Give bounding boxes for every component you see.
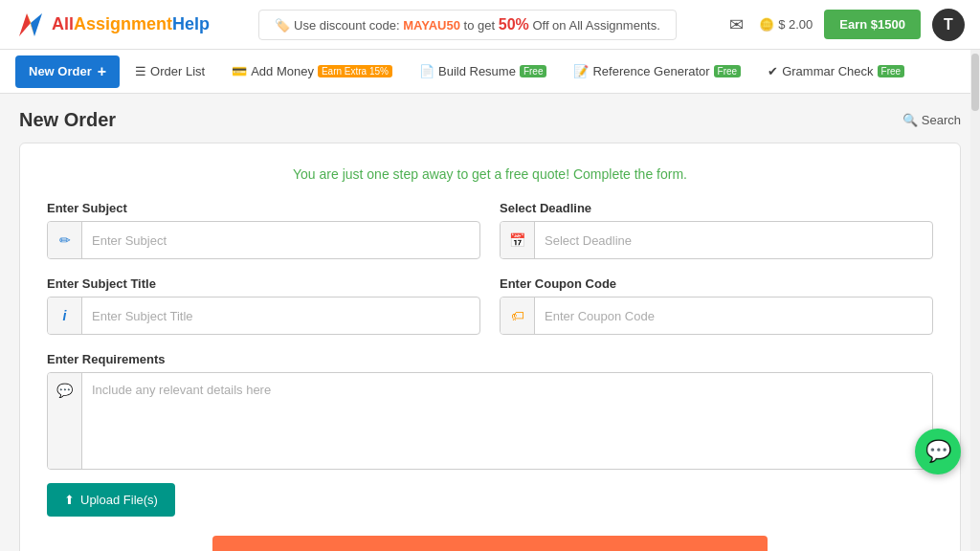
form-row-1: Enter Subject ✏ Select Deadline 📅 — [47, 201, 933, 259]
promo-prefix: Use discount code: — [294, 18, 400, 33]
new-order-label: New Order — [29, 64, 92, 78]
requirements-textarea[interactable] — [82, 373, 932, 469]
upload-label: Upload File(s) — [80, 493, 158, 507]
nav-order-list-label: Order List — [150, 64, 205, 78]
money-icon: 💳 — [232, 64, 247, 78]
deadline-input[interactable] — [535, 226, 932, 255]
svg-marker-2 — [31, 13, 42, 36]
earn-button[interactable]: Earn $1500 — [824, 10, 921, 39]
info-icon: i — [48, 298, 82, 334]
upload-icon: ⬆ — [64, 493, 75, 507]
resume-icon: 📄 — [419, 64, 434, 78]
requirements-group: Enter Requirements 💬 — [47, 352, 933, 470]
nav-grammar-check[interactable]: ✔ Grammar Check Free — [756, 58, 916, 84]
subject-group: Enter Subject ✏ — [47, 201, 480, 259]
nav-build-resume[interactable]: 📄 Build Resume Free — [408, 58, 559, 84]
nav-reference-gen[interactable]: 📝 Reference Generator Free — [562, 58, 752, 84]
promo-banner: 🏷️ Use discount code: MAYAU50 to get 50%… — [258, 10, 676, 40]
subject-title-group: Enter Subject Title i — [47, 276, 480, 335]
page-title: New Order — [19, 109, 116, 131]
reference-gen-badge: Free — [714, 65, 742, 77]
navbar: New Order + ☰ Order List 💳 Add Money Ear… — [0, 50, 980, 94]
nav-add-money-label: Add Money — [251, 64, 314, 78]
ref-icon: 📝 — [573, 64, 589, 78]
upload-files-button[interactable]: ⬆ Upload File(s) — [47, 483, 175, 517]
balance-display: 🪙 $ 2.00 — [759, 17, 813, 32]
subject-title-label: Enter Subject Title — [47, 276, 480, 291]
nav-reference-gen-label: Reference Generator — [592, 64, 709, 78]
promo-pct: 50% — [499, 16, 529, 33]
coupon-group: Enter Coupon Code 🏷 — [500, 276, 933, 335]
pencil-icon: ✏ — [48, 222, 82, 258]
logo-icon — [15, 10, 46, 40]
whatsapp-fab-button[interactable]: 💬 — [915, 429, 961, 474]
search-link[interactable]: 🔍 Search — [902, 113, 961, 127]
grammar-check-badge: Free — [878, 65, 905, 77]
list-icon: ☰ — [135, 64, 146, 78]
logo-text: AllAssignmentHelp — [52, 14, 210, 34]
add-money-badge: Earn Extra 15% — [318, 65, 392, 77]
whatsapp-icon: 💬 — [925, 439, 951, 464]
page-header: New Order 🔍 Search — [19, 109, 961, 131]
promo-icon: 🏷️ — [275, 18, 290, 33]
form-row-2: Enter Subject Title i Enter Coupon Code … — [47, 276, 933, 335]
header-right: ✉ 🪙 $ 2.00 Earn $1500 T — [725, 9, 965, 41]
deadline-group: Select Deadline 📅 — [500, 201, 933, 259]
deadline-label: Select Deadline — [500, 201, 933, 215]
new-order-form-card: You are just one step away to get a free… — [19, 143, 961, 551]
plus-icon: + — [98, 63, 106, 80]
nav-build-resume-label: Build Resume — [438, 64, 516, 78]
subject-title-input-wrapper: i — [47, 297, 480, 335]
logo: AllAssignmentHelp — [15, 10, 210, 40]
coupon-label: Enter Coupon Code — [500, 276, 933, 291]
page-content: New Order 🔍 Search You are just one step… — [0, 94, 980, 551]
tag-icon: 🏷 — [501, 298, 535, 334]
requirements-wrapper: 💬 — [47, 372, 933, 470]
comment-icon: 💬 — [48, 373, 82, 469]
form-promo-text: You are just one step away to get a free… — [47, 166, 933, 182]
search-icon: 🔍 — [902, 113, 918, 127]
mail-icon-button[interactable]: ✉ — [725, 11, 747, 39]
balance-amount: $ 2.00 — [778, 17, 813, 32]
promo-code: MAYAU50 — [403, 18, 460, 33]
coupon-input-wrapper: 🏷 — [500, 297, 933, 335]
calendar-icon: 📅 — [501, 222, 535, 258]
nav-add-money[interactable]: 💳 Add Money Earn Extra 15% — [220, 58, 404, 84]
submit-section: Submit — [47, 536, 933, 551]
deadline-input-wrapper: 📅 — [500, 221, 933, 259]
promo-suffix: Off on All Assignments. — [532, 18, 659, 33]
coupon-input[interactable] — [535, 301, 932, 331]
subject-input[interactable] — [82, 226, 479, 255]
scrollbar-thumb[interactable] — [971, 54, 979, 111]
search-label: Search — [922, 113, 961, 127]
submit-button[interactable]: Submit — [212, 536, 768, 551]
scrollbar-track[interactable] — [970, 50, 980, 551]
requirements-label: Enter Requirements — [47, 352, 933, 366]
header: AllAssignmentHelp 🏷️ Use discount code: … — [0, 0, 980, 50]
svg-marker-0 — [19, 13, 31, 36]
subject-title-input[interactable] — [82, 301, 479, 331]
nav-grammar-check-label: Grammar Check — [782, 64, 873, 78]
balance-icon: 🪙 — [759, 17, 774, 32]
promo-middle: to get — [464, 18, 496, 33]
build-resume-badge: Free — [520, 65, 547, 77]
new-order-button[interactable]: New Order + — [15, 55, 120, 88]
subject-label: Enter Subject — [47, 201, 480, 215]
subject-input-wrapper: ✏ — [47, 221, 480, 259]
grammar-icon: ✔ — [768, 64, 778, 78]
nav-order-list[interactable]: ☰ Order List — [123, 58, 216, 84]
avatar-button[interactable]: T — [932, 9, 965, 41]
